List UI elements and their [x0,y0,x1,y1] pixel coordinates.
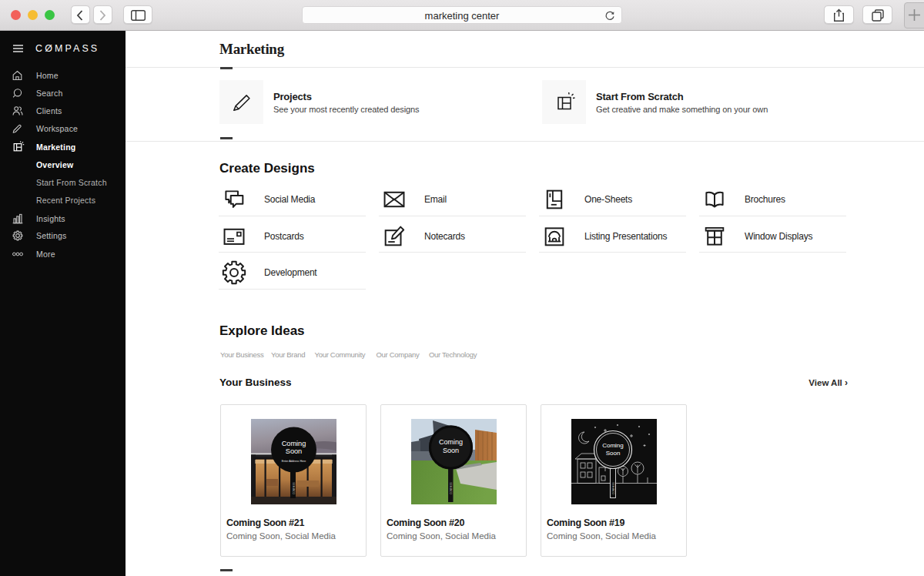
svg-text:Enter Address Here: Enter Address Here [282,460,306,463]
svg-text:COMPASS: COMPASS [450,482,453,494]
svg-text:Soon: Soon [606,449,621,456]
svg-text:Soon: Soon [443,446,459,454]
svg-text:Coming: Coming [439,438,463,446]
svg-text:Coming: Coming [282,439,306,447]
svg-text:Soon: Soon [286,447,302,455]
svg-text:Coming: Coming [602,442,624,449]
svg-text:COMPASS: COMPASS [293,482,296,494]
svg-text:COMPASS: COMPASS [612,482,615,494]
